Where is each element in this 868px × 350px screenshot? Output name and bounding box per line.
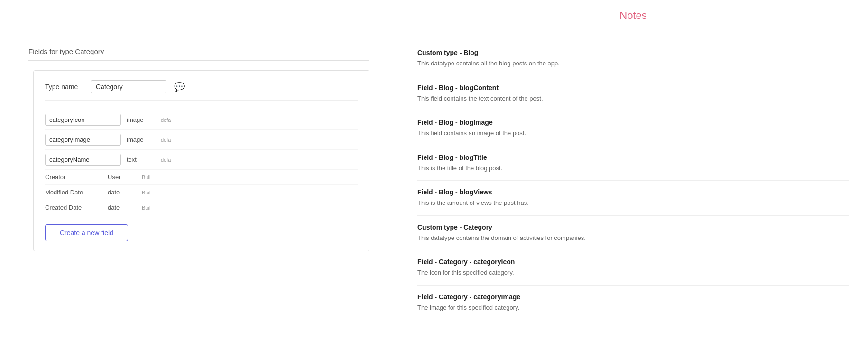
- note-item: Field - Category - categoryIcon The icon…: [417, 250, 849, 286]
- field-tag: defa: [161, 137, 171, 143]
- table-row: Creator User Buil: [45, 170, 358, 185]
- field-tag: Buil: [142, 175, 150, 180]
- note-desc: This is the title of the blog post.: [417, 164, 849, 173]
- table-row: image defa: [45, 110, 358, 130]
- note-title: Custom type - Blog: [417, 49, 849, 56]
- type-name-input[interactable]: [91, 80, 166, 93]
- field-tag: Buil: [142, 205, 150, 211]
- create-new-field-button[interactable]: Create a new field: [45, 224, 128, 241]
- note-title: Custom type - Category: [417, 223, 849, 231]
- table-row: Created Date date Buil: [45, 200, 358, 215]
- note-item: Field - Blog - blogImage This field cont…: [417, 111, 849, 146]
- field-created-date: Created Date: [45, 204, 102, 211]
- field-name-input[interactable]: [45, 134, 121, 146]
- type-name-label: Type name: [45, 83, 83, 91]
- field-type: text: [127, 156, 155, 163]
- note-title: Field - Category - categoryIcon: [417, 258, 849, 266]
- note-title: Field - Blog - blogViews: [417, 188, 849, 196]
- field-name-input[interactable]: [45, 114, 121, 126]
- note-item: Field - Category - categoryImage The ima…: [417, 286, 849, 320]
- note-desc: This is the amount of views the post has…: [417, 198, 849, 208]
- note-desc: This datatype contains the domain of act…: [417, 233, 849, 243]
- field-tag: Buil: [142, 190, 150, 195]
- left-panel: Fields for type Category Type name 💬 ima…: [0, 0, 398, 350]
- note-title: Field - Category - categoryImage: [417, 293, 849, 301]
- comment-icon[interactable]: 💬: [174, 82, 185, 92]
- table-row: Modified Date date Buil: [45, 185, 358, 200]
- table-row: text defa: [45, 150, 358, 170]
- note-item: Field - Blog - blogContent This field co…: [417, 76, 849, 111]
- note-item: Field - Blog - blogViews This is the amo…: [417, 181, 849, 216]
- right-panel: Notes Custom type - Blog This datatype c…: [398, 0, 868, 350]
- note-desc: The image for this specified category.: [417, 303, 849, 313]
- field-tag: defa: [161, 157, 171, 163]
- field-type: image: [127, 116, 155, 123]
- field-name-text: Creator: [45, 174, 102, 181]
- field-modified-date: Modified Date: [45, 189, 102, 196]
- note-desc: This datatype contains all the blog post…: [417, 59, 849, 68]
- type-name-row: Type name 💬: [45, 80, 358, 101]
- field-name-input[interactable]: [45, 154, 121, 166]
- note-desc: The icon for this specified category.: [417, 268, 849, 277]
- note-desc: This field contains the text content of …: [417, 94, 849, 103]
- fields-title: Fields for type Category: [28, 47, 369, 61]
- note-title: Field - Blog - blogContent: [417, 84, 849, 92]
- note-item: Custom type - Category This datatype con…: [417, 216, 849, 251]
- field-type: date: [108, 189, 136, 196]
- notes-list: Custom type - Blog This datatype contain…: [417, 41, 849, 320]
- table-row: image defa: [45, 130, 358, 150]
- field-type: User: [108, 174, 136, 181]
- note-item: Field - Blog - blogTitle This is the tit…: [417, 146, 849, 181]
- field-type: date: [108, 204, 136, 211]
- fields-card: Type name 💬 image defa image defa te: [33, 70, 369, 251]
- notes-title: Notes: [417, 9, 849, 27]
- field-type: image: [127, 136, 155, 143]
- note-desc: This field contains an image of the post…: [417, 129, 849, 138]
- fields-list: image defa image defa text defa Creator …: [45, 110, 358, 215]
- field-tag: defa: [161, 117, 171, 123]
- note-item: Custom type - Blog This datatype contain…: [417, 41, 849, 76]
- note-title: Field - Blog - blogTitle: [417, 154, 849, 161]
- note-title: Field - Blog - blogImage: [417, 119, 849, 126]
